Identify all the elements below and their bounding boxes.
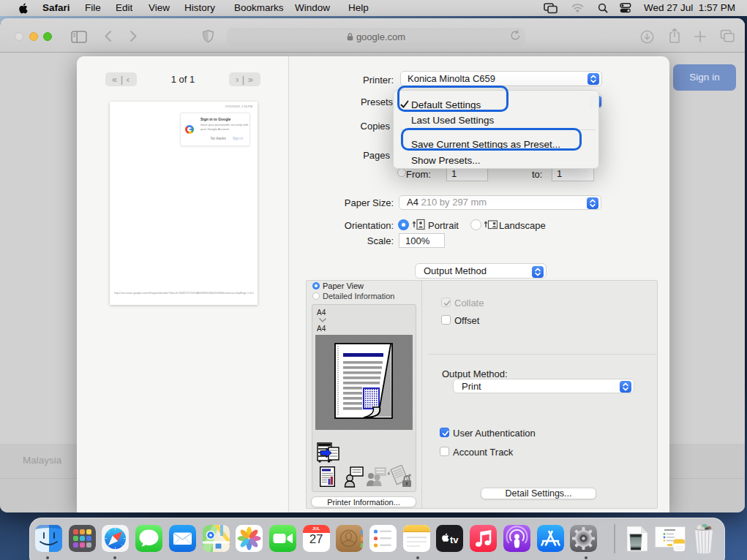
svg-text:tv: tv — [450, 534, 459, 545]
